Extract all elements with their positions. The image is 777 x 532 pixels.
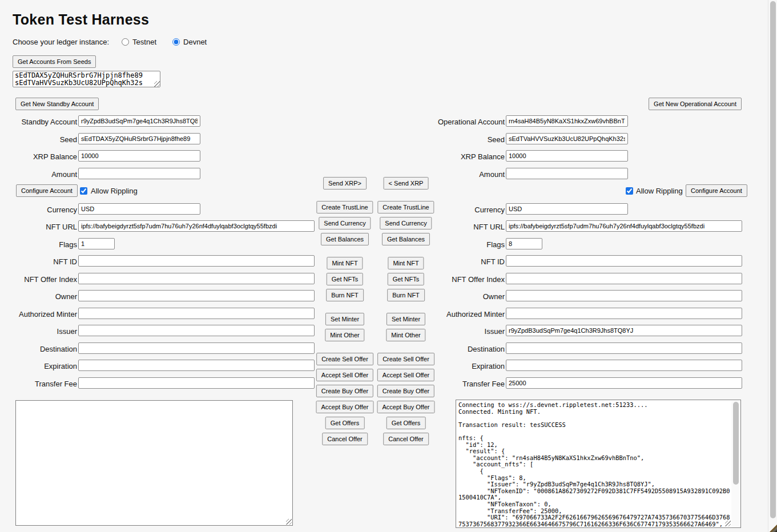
ledger-instance-label: Choose your ledger instance: bbox=[13, 38, 109, 46]
testnet-radio-label[interactable]: Testnet bbox=[132, 38, 156, 46]
standby-expiration-label: Expiration bbox=[44, 362, 77, 370]
page-scrollbar-thumb[interactable] bbox=[770, 1, 776, 518]
operational-balance-input[interactable] bbox=[506, 150, 628, 162]
standby-get-offers-button[interactable]: Get Offers bbox=[325, 417, 365, 429]
get-accounts-from-seeds-button[interactable]: Get Accounts From Seeds bbox=[13, 55, 96, 68]
page-scrollbar-track[interactable] bbox=[768, 0, 777, 532]
operational-seed-input[interactable] bbox=[506, 133, 628, 144]
operational-nft-url-input[interactable] bbox=[506, 220, 742, 232]
page-title: Token Test Harness bbox=[13, 11, 149, 28]
standby-nft-url-label: NFT URL bbox=[46, 223, 77, 231]
operational-create-sell-offer-button[interactable]: Create Sell Offer bbox=[377, 353, 434, 365]
operational-destination-label: Destination bbox=[468, 345, 505, 353]
console-scrollbar-thumb[interactable] bbox=[733, 402, 739, 485]
standby-balance-input[interactable] bbox=[78, 150, 200, 162]
operational-nft-id-input[interactable] bbox=[506, 255, 742, 267]
standby-transfer-fee-input[interactable] bbox=[78, 377, 315, 389]
operational-cancel-offer-button[interactable]: Cancel Offer bbox=[383, 433, 429, 445]
operational-owner-label: Owner bbox=[483, 292, 505, 301]
operational-transfer-fee-label: Transfer Fee bbox=[462, 380, 505, 388]
token-test-harness-page: Token Test Harness Choose your ledger in… bbox=[0, 0, 777, 532]
operational-destination-input[interactable] bbox=[506, 342, 742, 354]
operational-currency-input[interactable] bbox=[506, 203, 628, 215]
standby-issuer-input[interactable] bbox=[78, 325, 315, 336]
operational-account-input[interactable] bbox=[506, 115, 628, 127]
standby-seed-label: Seed bbox=[60, 135, 77, 144]
operational-burn-nft-button[interactable]: Burn NFT bbox=[387, 289, 425, 301]
standby-nft-id-label: NFT ID bbox=[53, 257, 77, 266]
standby-burn-nft-button[interactable]: Burn NFT bbox=[326, 289, 364, 301]
operational-expiration-input[interactable] bbox=[506, 360, 742, 371]
operational-transfer-fee-input[interactable] bbox=[506, 377, 742, 389]
standby-account-input[interactable] bbox=[78, 115, 200, 127]
operational-authorized-minter-label: Authorized Minter bbox=[446, 310, 505, 319]
operational-send-xrp-button[interactable]: < Send XRP bbox=[384, 177, 429, 190]
operational-amount-label: Amount bbox=[479, 170, 505, 179]
operational-results-console[interactable]: Connecting to wss://s.devnet.rippletest.… bbox=[456, 400, 741, 528]
standby-nft-id-input[interactable] bbox=[78, 255, 315, 267]
operational-nft-offer-index-input[interactable] bbox=[506, 273, 742, 284]
operational-flags-input[interactable] bbox=[506, 238, 542, 249]
resize-grip-icon[interactable] bbox=[286, 519, 292, 525]
operational-allow-rippling-checkbox[interactable] bbox=[626, 187, 633, 195]
operational-mint-nft-button[interactable]: Mint NFT bbox=[388, 257, 424, 269]
operational-get-balances-button[interactable]: Get Balances bbox=[382, 233, 430, 245]
standby-mint-other-button[interactable]: Mint Other bbox=[325, 329, 364, 341]
resize-grip-icon[interactable] bbox=[154, 81, 160, 87]
operational-create-trustline-button[interactable]: Create TrustLine bbox=[377, 201, 434, 213]
operational-nft-offer-index-label: NFT Offer Index bbox=[452, 275, 505, 284]
operational-allow-rippling-label: Allow Rippling bbox=[636, 187, 683, 195]
operational-get-nfts-button[interactable]: Get NFTs bbox=[388, 273, 424, 285]
standby-nft-offer-index-label: NFT Offer Index bbox=[24, 275, 77, 284]
operational-configure-account-button[interactable]: Configure Account bbox=[686, 184, 747, 197]
devnet-radio-label[interactable]: Devnet bbox=[183, 38, 207, 46]
operational-set-minter-button[interactable]: Set Minter bbox=[387, 313, 425, 325]
operational-issuer-input[interactable] bbox=[506, 325, 742, 336]
devnet-radio[interactable] bbox=[172, 38, 180, 46]
operational-amount-input[interactable] bbox=[506, 168, 628, 179]
operational-flags-label: Flags bbox=[486, 240, 505, 249]
standby-flags-input[interactable] bbox=[78, 238, 115, 249]
standby-mint-nft-button[interactable]: Mint NFT bbox=[327, 257, 363, 269]
standby-get-nfts-button[interactable]: Get NFTs bbox=[327, 273, 363, 285]
standby-set-minter-button[interactable]: Set Minter bbox=[325, 313, 364, 325]
standby-flags-label: Flags bbox=[59, 240, 77, 249]
standby-create-trustline-button[interactable]: Create TrustLine bbox=[316, 201, 373, 213]
standby-accept-buy-offer-button[interactable]: Accept Buy Offer bbox=[316, 401, 374, 413]
standby-configure-account-button[interactable]: Configure Account bbox=[16, 184, 78, 197]
standby-get-balances-button[interactable]: Get Balances bbox=[321, 233, 369, 245]
standby-cancel-offer-button[interactable]: Cancel Offer bbox=[322, 433, 368, 445]
account-row: Standby Account Operational Account bbox=[0, 115, 777, 128]
operational-mint-other-button[interactable]: Mint Other bbox=[386, 329, 425, 341]
testnet-radio[interactable] bbox=[122, 38, 129, 46]
get-new-operational-account-button[interactable]: Get New Operational Account bbox=[649, 98, 742, 110]
standby-amount-label: Amount bbox=[51, 170, 77, 179]
standby-results-textarea[interactable] bbox=[15, 400, 293, 526]
standby-amount-input[interactable] bbox=[78, 168, 200, 179]
operational-get-offers-button[interactable]: Get Offers bbox=[387, 417, 426, 429]
standby-nft-url-input[interactable] bbox=[78, 220, 315, 232]
standby-authorized-minter-input[interactable] bbox=[78, 308, 315, 319]
standby-owner-input[interactable] bbox=[78, 290, 315, 301]
operational-owner-input[interactable] bbox=[506, 290, 742, 301]
standby-send-currency-button[interactable]: Send Currency bbox=[319, 217, 371, 229]
operational-create-buy-offer-button[interactable]: Create Buy Offer bbox=[377, 385, 434, 397]
standby-allow-rippling-checkbox[interactable] bbox=[80, 187, 87, 195]
standby-create-sell-offer-button[interactable]: Create Sell Offer bbox=[316, 353, 373, 365]
operational-accept-sell-offer-button[interactable]: Accept Sell Offer bbox=[377, 369, 434, 381]
resize-grip-icon[interactable] bbox=[725, 521, 731, 526]
standby-create-buy-offer-button[interactable]: Create Buy Offer bbox=[316, 385, 373, 397]
standby-accept-sell-offer-button[interactable]: Accept Sell Offer bbox=[316, 369, 373, 381]
standby-nft-offer-index-input[interactable] bbox=[78, 273, 315, 284]
standby-send-xrp-button[interactable]: Send XRP> bbox=[323, 177, 367, 190]
get-new-standby-account-button[interactable]: Get New Standby Account bbox=[15, 98, 99, 110]
seeds-textarea[interactable]: sEdTDAX5yZQHuRSrbrG7Hjpjn8fhe89 sEdTVaHV… bbox=[13, 71, 160, 87]
operational-accept-buy-offer-button[interactable]: Accept Buy Offer bbox=[377, 401, 435, 413]
operational-authorized-minter-input[interactable] bbox=[506, 308, 742, 319]
standby-seed-input[interactable] bbox=[78, 133, 200, 144]
standby-destination-input[interactable] bbox=[78, 342, 315, 354]
standby-expiration-input[interactable] bbox=[78, 360, 315, 371]
operational-send-currency-button[interactable]: Send Currency bbox=[380, 217, 432, 229]
ledger-instance-row: Choose your ledger instance: Testnet Dev… bbox=[13, 37, 207, 47]
standby-currency-input[interactable] bbox=[78, 203, 200, 215]
